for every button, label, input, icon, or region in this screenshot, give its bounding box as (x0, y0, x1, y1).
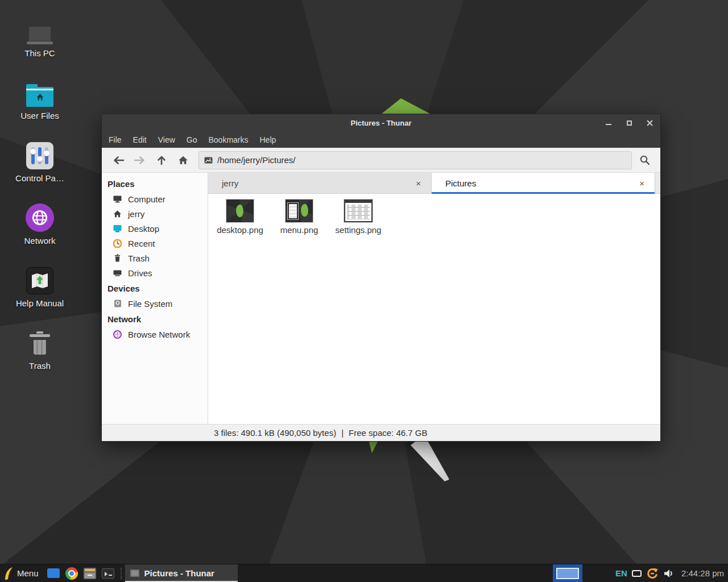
file-settings-png[interactable]: settings.png (331, 199, 386, 235)
sidebar-item-computer[interactable]: Computer (102, 192, 208, 206)
desktop-icon-network[interactable]: Network (6, 200, 74, 246)
menubar: File Edit View Go Bookmarks Help (102, 131, 660, 148)
drives-icon (113, 268, 122, 278)
workspace-switcher[interactable] (553, 564, 582, 582)
display-icon[interactable] (632, 570, 642, 577)
home-glyph (35, 93, 45, 102)
update-icon[interactable] (646, 567, 659, 580)
system-tray: EN 2:44:28 pm (615, 567, 728, 580)
sidebar-item-label: Desktop (128, 224, 159, 234)
tab-pictures[interactable]: Pictures × (432, 173, 655, 194)
slider-knob (30, 149, 36, 155)
search-button[interactable] (634, 151, 655, 170)
desktop-icon-help-manual[interactable]: Help Manual (6, 263, 74, 308)
up-icon (157, 155, 166, 165)
menu-view[interactable]: View (152, 132, 181, 147)
globe-glyph (31, 209, 49, 227)
desktop-icon-control-panel[interactable]: Control Pa… (6, 138, 74, 183)
tab-close-icon[interactable]: × (415, 178, 422, 188)
thumbnail-menu-panel (287, 202, 299, 220)
menu-go[interactable]: Go (181, 132, 203, 147)
sidebar-header-devices: Devices (102, 280, 208, 296)
sidebar-item-drives[interactable]: Drives (102, 265, 208, 280)
toolbar: /home/jerry/Pictures/ (102, 148, 660, 173)
status-free-space: Free space: 46.7 GB (349, 428, 427, 438)
chrome-ring (68, 570, 75, 577)
slider-fill (38, 147, 42, 156)
sidebar-item-label: Drives (128, 268, 152, 278)
archive-launcher[interactable] (83, 566, 97, 581)
tab-close-icon[interactable]: × (638, 178, 646, 188)
window-controls (603, 114, 655, 131)
sidebar-item-label: File System (128, 299, 172, 309)
forward-button[interactable] (129, 151, 151, 170)
minimize-button[interactable] (603, 118, 614, 128)
home-button[interactable] (172, 151, 194, 170)
sidebar-item-trash[interactable]: Trash (102, 251, 208, 265)
file-view[interactable]: desktop.png menu.png settings.png (208, 194, 660, 424)
wallpaper-leaf-top (374, 98, 431, 114)
sidebar-item-jerry[interactable]: jerry (102, 206, 208, 221)
linuxlite-feather-icon (4, 567, 13, 580)
settings-thumbnail (344, 199, 373, 222)
content-pane: jerry × Pictures × desktop.png (208, 173, 660, 424)
globe-circle (26, 203, 54, 232)
desktop-icon-trash[interactable]: Trash (6, 325, 74, 371)
tab-jerry[interactable]: jerry × (208, 173, 432, 194)
file-menu-png[interactable]: menu.png (272, 199, 326, 235)
sidebar-item-browse-network[interactable]: Browse Network (102, 327, 208, 342)
file-manager-launcher[interactable] (47, 566, 60, 581)
filesystem-icon (113, 299, 122, 309)
sidebar-item-recent[interactable]: Recent (102, 236, 208, 251)
up-button[interactable] (151, 151, 172, 170)
path-bar[interactable]: /home/jerry/Pictures/ (198, 151, 632, 169)
taskbar-separator (121, 568, 123, 579)
menu-file[interactable]: File (103, 132, 127, 147)
sidebar-item-label: Browse Network (128, 330, 190, 339)
menu-edit[interactable]: Edit (127, 132, 152, 147)
path-text[interactable]: /home/jerry/Pictures/ (217, 155, 296, 165)
thunar-window-icon (130, 569, 139, 577)
archive-folders (85, 569, 95, 571)
slider-knob (37, 156, 43, 162)
sidebar-item-desktop[interactable]: Desktop (102, 221, 208, 236)
terminal-icon (102, 568, 114, 579)
browse-network-icon (113, 330, 122, 339)
slider-track (31, 147, 35, 164)
desktop-icon-user-files[interactable]: User Files (6, 75, 74, 120)
chrome-launcher[interactable] (65, 566, 78, 581)
slider-knob (44, 151, 49, 156)
minimize-icon (606, 124, 611, 125)
back-button[interactable] (107, 151, 129, 170)
keyboard-layout-indicator[interactable]: EN (615, 568, 627, 578)
computer-icon (113, 194, 122, 204)
slider-track (45, 147, 48, 164)
workspace-1[interactable] (556, 568, 579, 579)
sidebar-item-label: Recent (128, 239, 155, 248)
help-manual-icon (26, 263, 53, 294)
sidebar-header-places: Places (102, 176, 208, 192)
task-button-thunar[interactable]: Pictures - Thunar (125, 564, 238, 582)
image-file-icon (204, 157, 213, 164)
close-button[interactable] (644, 118, 655, 128)
maximize-icon (627, 120, 632, 126)
sliders-panel (26, 142, 53, 169)
volume-icon[interactable] (663, 568, 675, 579)
forward-icon (134, 156, 146, 165)
clock[interactable]: 2:44:28 pm (681, 568, 724, 578)
titlebar[interactable]: Pictures - Thunar (102, 114, 660, 131)
trash-handle (36, 331, 43, 334)
terminal-launcher[interactable] (101, 566, 115, 581)
network-globe-icon (26, 200, 54, 232)
menu-bookmarks[interactable]: Bookmarks (202, 132, 254, 147)
file-desktop-png[interactable]: desktop.png (213, 199, 267, 235)
sidebar-item-file-system[interactable]: File System (102, 296, 208, 311)
home-folder-icon (26, 75, 53, 107)
trash-body (32, 338, 48, 357)
menu-help[interactable]: Help (254, 132, 282, 147)
menu-button[interactable]: Menu (17, 568, 39, 578)
desktop-icon-this-pc[interactable]: This PC (6, 13, 74, 58)
maximize-button[interactable] (624, 118, 634, 128)
wallpaper-leaf-bottom (368, 442, 378, 453)
control-panel-icon (26, 138, 53, 169)
